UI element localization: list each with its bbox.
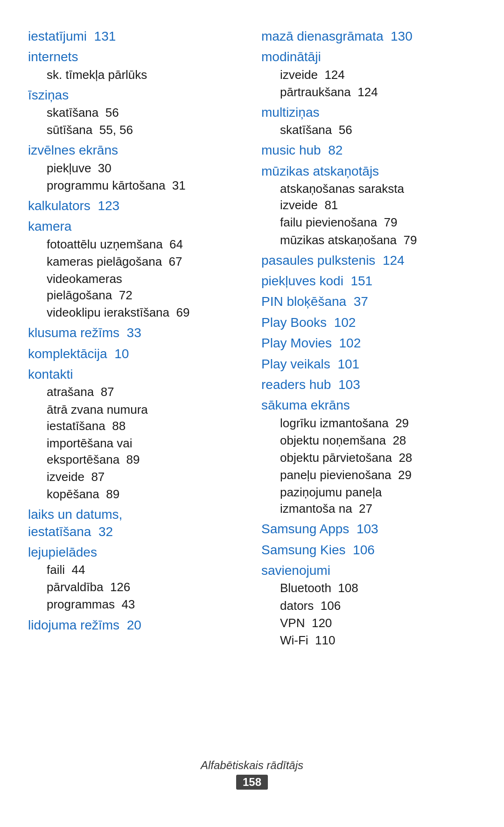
index-sub-text: dators 106 [280,599,341,613]
index-sub-text: paziņojumu paneļaizmantoša na 27 [280,485,382,516]
index-sub-text: importēšana vaieksportēšana 89 [47,436,140,467]
index-entry: izvēlnes ekrānspiekļuve 30programmu kārt… [28,142,243,194]
index-sub-entry: sk. tīmekļa pārlūks [47,67,243,83]
index-term: kamera [28,218,243,235]
index-entry: komplektācija 10 [28,346,243,362]
index-sub-entry: pārvaldība 126 [47,579,243,595]
index-entry: lejupielādesfaili 44pārvaldība 126progra… [28,544,243,613]
index-term: mazā dienasgrāmata 130 [261,28,476,45]
index-entry: kontaktiatrašana 87ātrā zvana numuraiest… [28,366,243,502]
index-term: laiks un datums,iestatīšana 32 [28,506,243,540]
right-column: mazā dienasgrāmata 130modinātājiizveide … [257,28,476,731]
index-entry: iestatījumi 131 [28,28,243,45]
index-sub-text: failu pievienošana 79 [280,215,398,229]
index-term: Samsung Apps 103 [261,521,476,537]
index-sub-entry: Bluetooth 108 [280,580,476,596]
index-entry: Samsung Kies 106 [261,542,476,558]
index-term: multiziņas [261,104,476,121]
index-term: kalkulators 123 [28,198,243,214]
index-sub-entry: logrīku izmantošana 29 [280,415,476,431]
index-sub-text: objektu noņemšana 28 [280,433,406,447]
index-entry: mazā dienasgrāmata 130 [261,28,476,45]
index-sub-entry: piekļuve 30 [47,160,243,177]
index-sub-text: izveide 87 [47,470,105,484]
index-entry: sākuma ekrānslogrīku izmantošana 29objek… [261,397,476,517]
index-term: savienojumi [261,562,476,579]
index-entry: internetssk. tīmekļa pārlūks [28,49,243,83]
index-sub-entry: objektu noņemšana 28 [280,432,476,449]
footer: Alfabētiskais rādītājs 158 [28,749,476,790]
index-term: kontakti [28,366,243,383]
index-sub-entry: sūtīšana 55, 56 [47,122,243,138]
index-sub-text: kameras pielāgošana 67 [47,254,182,269]
index-sub-entry: VPN 120 [280,615,476,631]
index-entry: readers hub 103 [261,376,476,393]
footer-page: 158 [236,775,268,790]
index-entry: Play Movies 102 [261,335,476,352]
index-entry: kalkulators 123 [28,198,243,214]
index-sub-text: atrašana 87 [47,385,114,399]
index-sub-text: logrīku izmantošana 29 [280,416,409,430]
page: iestatījumi 131internetssk. tīmekļa pārl… [0,0,504,827]
index-sub-entry: faili 44 [47,562,243,578]
index-term: music hub 82 [261,142,476,159]
index-sub-entry: mūzikas atskaņošana 79 [280,232,476,248]
index-sub-text: sk. tīmekļa pārlūks [47,68,147,82]
index-sub-text: objektu pārvietošana 28 [280,451,412,465]
index-entry: mūzikas atskaņotājsatskaņošanas saraksta… [261,163,476,248]
index-entry: piekļuves kodi 151 [261,273,476,290]
index-sub-text: Bluetooth 108 [280,581,358,595]
index-sub-text: mūzikas atskaņošana 79 [280,233,417,247]
index-term: Play Movies 102 [261,335,476,352]
index-entry: multiziņasskatīšana 56 [261,104,476,138]
index-sub-entry: programmas 43 [47,596,243,613]
index-entry: klusuma režīms 33 [28,325,243,341]
index-entry: īsziņasskatīšana 56sūtīšana 55, 56 [28,87,243,139]
index-entry: Samsung Apps 103 [261,521,476,537]
index-sub-entry: skatīšana 56 [280,122,476,138]
index-sub-entry: izveide 87 [47,469,243,485]
index-term: internets [28,49,243,65]
index-sub-entry: skatīšana 56 [47,105,243,121]
index-term: modinātāji [261,49,476,65]
index-sub-entry: paneļu pievienošana 29 [280,467,476,483]
index-entry: laiks un datums,iestatīšana 32 [28,506,243,540]
index-term: PIN bloķēšana 37 [261,293,476,310]
index-sub-entry: pārtraukšana 124 [280,84,476,100]
index-term: mūzikas atskaņotājs [261,163,476,180]
index-sub-text: piekļuve 30 [47,161,112,175]
index-term: komplektācija 10 [28,346,243,362]
left-column: iestatījumi 131internetssk. tīmekļa pārl… [28,28,257,731]
index-sub-entry: importēšana vaieksportēšana 89 [47,435,243,468]
index-sub-entry: programmu kārtošana 31 [47,177,243,194]
index-sub-text: paneļu pievienošana 29 [280,468,412,482]
index-sub-entry: izveide 124 [280,67,476,83]
index-sub-text: Wi-Fi 110 [280,633,335,647]
index-sub-entry: atrašana 87 [47,384,243,400]
index-sub-entry: dators 106 [280,598,476,614]
index-term: lejupielādes [28,544,243,561]
index-sub-entry: kopēšana 89 [47,486,243,502]
index-sub-entry: ātrā zvana numuraiestatīšana 88 [47,402,243,434]
index-sub-text: programmas 43 [47,597,135,611]
index-sub-entry: fotoattēlu uzņemšana 64 [47,236,243,253]
index-term: Play Books 102 [261,314,476,331]
index-entry: PIN bloķēšana 37 [261,293,476,310]
index-sub-text: pārtraukšana 124 [280,85,378,99]
index-sub-entry: objektu pārvietošana 28 [280,450,476,466]
index-term: izvēlnes ekrāns [28,142,243,159]
index-entry: Play Books 102 [261,314,476,331]
index-term: lidojuma režīms 20 [28,617,243,634]
index-sub-text: sūtīšana 55, 56 [47,123,133,137]
index-sub-text: programmu kārtošana 31 [47,178,186,192]
index-entry: kamerafotoattēlu uzņemšana 64kameras pie… [28,218,243,321]
index-sub-text: videoklipu ierakstīšana 69 [47,305,189,319]
index-term: iestatījumi 131 [28,28,243,45]
index-term: Play veikals 101 [261,356,476,373]
index-sub-entry: videokameraspielāgošana 72 [47,271,243,304]
index-entry: savienojumiBluetooth 108dators 106VPN 12… [261,562,476,649]
index-term: sākuma ekrāns [261,397,476,414]
index-term: readers hub 103 [261,376,476,393]
index-term: piekļuves kodi 151 [261,273,476,290]
index-sub-text: VPN 120 [280,616,332,630]
